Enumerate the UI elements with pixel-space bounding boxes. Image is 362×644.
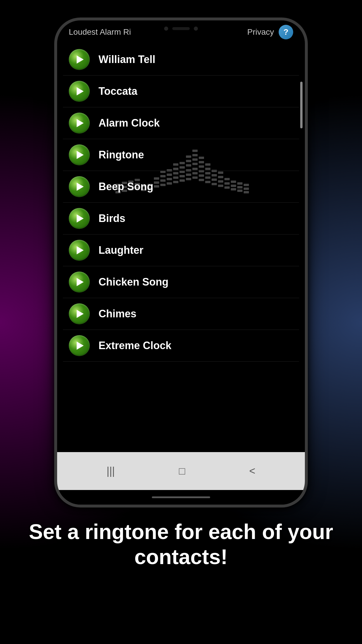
ringtone-item[interactable]: Laughter	[63, 235, 299, 266]
ringtone-item[interactable]: Birds	[63, 203, 299, 235]
ringtone-item[interactable]: Alarm Clock	[63, 107, 299, 139]
navigation-bar: ||| □ <	[57, 452, 305, 490]
play-button-4[interactable]	[69, 176, 90, 197]
ringtone-name: Alarm Clock	[99, 117, 160, 129]
play-button-5[interactable]	[69, 208, 90, 229]
help-icon: ?	[283, 27, 288, 37]
phone-wrapper: Loudest Alarm Ri Privacy ?	[38, 18, 324, 508]
privacy-link[interactable]: Privacy	[247, 27, 274, 37]
ringtone-item[interactable]: Chimes	[63, 298, 299, 330]
ringtone-name: Beep Song	[99, 181, 153, 193]
scrollbar[interactable]	[300, 58, 303, 204]
ringtone-item[interactable]: Beep Song	[63, 171, 299, 203]
home-indicator-line	[152, 496, 210, 498]
ringtone-item[interactable]: Toccata	[63, 76, 299, 107]
back-button[interactable]: <	[249, 465, 255, 477]
phone-content: William TellToccataAlarm ClockRingtoneBe…	[57, 44, 305, 452]
ringtone-name: Extreme Clock	[99, 340, 171, 352]
play-button-6[interactable]	[69, 240, 90, 261]
recent-apps-button[interactable]: |||	[107, 465, 115, 477]
ringtone-name: Chicken Song	[99, 276, 168, 288]
app-title: Loudest Alarm Ri	[69, 27, 131, 37]
ringtone-name: Toccata	[99, 85, 137, 97]
ringtone-name: Chimes	[99, 308, 136, 320]
ringtone-item[interactable]: William Tell	[63, 44, 299, 76]
ringtone-name: Ringtone	[99, 149, 144, 161]
play-button-3[interactable]	[69, 144, 90, 165]
play-button-0[interactable]	[69, 49, 90, 70]
ringtone-item[interactable]: Chicken Song	[63, 266, 299, 298]
notch-dot-left	[164, 27, 168, 31]
play-button-2[interactable]	[69, 113, 90, 134]
notch-sensor	[172, 27, 190, 30]
promo-text: Set a ringtone for each of your contacts…	[23, 519, 339, 570]
scrollbar-thumb[interactable]	[300, 82, 303, 128]
promo-text-container: Set a ringtone for each of your contacts…	[0, 519, 362, 570]
play-button-7[interactable]	[69, 272, 90, 293]
play-button-9[interactable]	[69, 335, 90, 356]
ringtone-item[interactable]: Extreme Clock	[63, 330, 299, 362]
home-button[interactable]: □	[179, 465, 185, 477]
ringtone-name: Laughter	[99, 244, 143, 256]
play-button-1[interactable]	[69, 81, 90, 102]
ringtone-name: Birds	[99, 212, 125, 225]
home-indicator-bar	[57, 490, 305, 505]
top-right-actions: Privacy ?	[247, 25, 293, 39]
ringtone-item[interactable]: Ringtone	[63, 139, 299, 171]
play-button-8[interactable]	[69, 303, 90, 324]
help-button[interactable]: ?	[279, 25, 293, 39]
phone-frame: Loudest Alarm Ri Privacy ?	[54, 18, 308, 508]
notch-dot-right	[194, 27, 198, 31]
notch-bump	[152, 23, 210, 34]
ringtone-list: William TellToccataAlarm ClockRingtoneBe…	[57, 44, 305, 362]
ringtone-name: William Tell	[99, 53, 155, 66]
